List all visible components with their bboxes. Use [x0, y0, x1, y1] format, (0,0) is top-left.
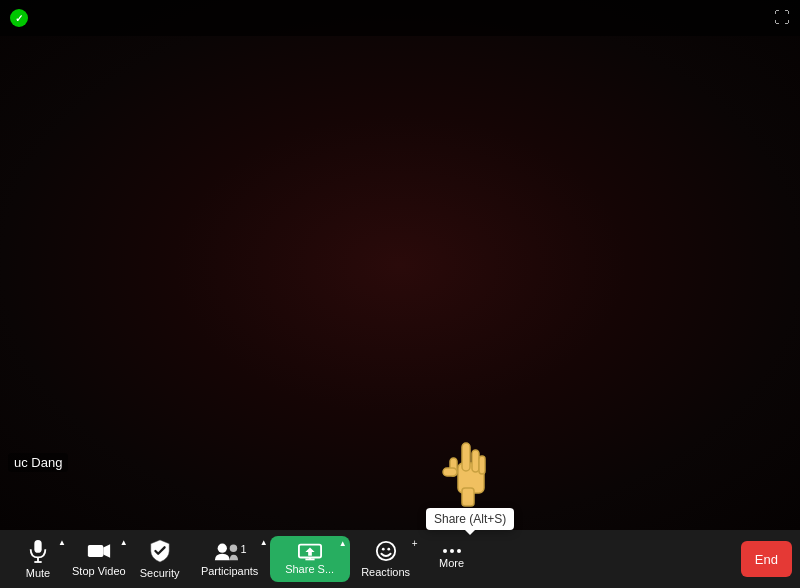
- video-area: ⛶ uc Dang: [0, 0, 800, 530]
- security-button[interactable]: Security: [130, 534, 190, 584]
- more-button[interactable]: More: [422, 534, 482, 584]
- svg-rect-1: [462, 443, 470, 471]
- participant-name-label: uc Dang: [8, 453, 68, 472]
- svg-marker-17: [305, 547, 314, 555]
- mute-chevron[interactable]: ▲: [58, 538, 66, 547]
- more-dots-icon: [443, 549, 461, 553]
- svg-rect-2: [472, 450, 479, 472]
- svg-rect-5: [479, 456, 485, 474]
- participants-count: 1: [241, 543, 247, 555]
- share-tooltip: Share (Alt+S): [426, 508, 514, 530]
- secure-indicator: [10, 9, 28, 27]
- svg-point-13: [229, 545, 236, 552]
- top-bar: ⛶: [0, 0, 800, 36]
- svg-marker-11: [103, 544, 110, 558]
- svg-rect-4: [443, 468, 457, 476]
- share-label: Share S...: [285, 563, 334, 575]
- svg-rect-7: [34, 540, 41, 553]
- participants-label: Participants: [201, 565, 258, 577]
- reactions-label: Reactions: [361, 566, 410, 578]
- reactions-plus-icon: +: [412, 538, 418, 549]
- svg-point-19: [382, 548, 385, 551]
- share-screen-button[interactable]: ▲ Share S...: [270, 536, 350, 582]
- expand-icon[interactable]: ⛶: [774, 9, 790, 27]
- cursor-hand: [440, 438, 500, 508]
- mute-label: Mute: [26, 567, 50, 579]
- end-button[interactable]: End: [741, 541, 792, 577]
- svg-point-20: [387, 548, 390, 551]
- mute-button[interactable]: ▲ Mute: [8, 534, 68, 584]
- svg-rect-6: [462, 488, 474, 506]
- svg-point-18: [376, 542, 394, 560]
- more-label: More: [439, 557, 464, 569]
- reactions-button[interactable]: + Reactions: [350, 534, 422, 584]
- participants-button[interactable]: 1 ▲ Participants: [190, 534, 270, 584]
- video-chevron[interactable]: ▲: [120, 538, 128, 547]
- svg-point-12: [217, 544, 226, 553]
- participants-chevron[interactable]: ▲: [260, 538, 268, 547]
- stop-video-button[interactable]: ▲ Stop Video: [68, 534, 130, 584]
- security-label: Security: [140, 567, 180, 579]
- stop-video-label: Stop Video: [72, 565, 126, 577]
- share-chevron[interactable]: ▲: [339, 539, 347, 548]
- svg-rect-10: [88, 545, 103, 557]
- toolbar: ▲ Mute ▲ Stop Video Security 1: [0, 530, 800, 588]
